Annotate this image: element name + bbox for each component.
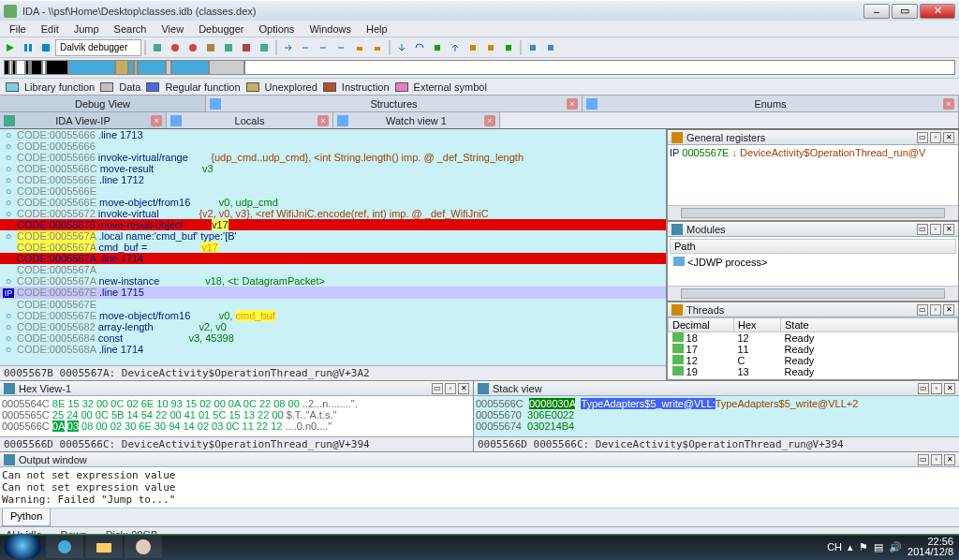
tray-network-icon[interactable]: ▤ bbox=[874, 541, 883, 553]
tray-flag-icon[interactable]: ⚑ bbox=[859, 541, 868, 553]
menu-file[interactable]: File bbox=[2, 23, 34, 35]
panel-restore-button[interactable]: ▭ bbox=[917, 132, 928, 143]
menu-edit[interactable]: Edit bbox=[34, 23, 66, 35]
panel-header[interactable]: Output window ▭ ▫ ✕ bbox=[0, 452, 959, 467]
panel-pin-button[interactable]: ▫ bbox=[931, 454, 942, 465]
close-icon[interactable]: × bbox=[943, 98, 954, 110]
tray-volume-icon[interactable]: 🔊 bbox=[889, 541, 902, 553]
table-row[interactable]: <JDWP process> bbox=[670, 256, 956, 269]
maximize-button[interactable]: ▭ bbox=[892, 4, 918, 19]
tray-clock[interactable]: 22:56 2014/12/8 bbox=[907, 537, 953, 557]
panel-header[interactable]: Modules ▭ ▫ ✕ bbox=[668, 222, 958, 237]
pause-button[interactable] bbox=[20, 39, 37, 56]
run-to-icon[interactable] bbox=[429, 39, 446, 56]
close-icon[interactable]: × bbox=[317, 115, 329, 126]
taskbar-ie[interactable] bbox=[46, 536, 83, 558]
step-over-icon[interactable] bbox=[411, 39, 428, 56]
table-row[interactable]: 1812Ready bbox=[669, 332, 958, 345]
panel-restore-button[interactable]: ▭ bbox=[918, 454, 929, 465]
close-button[interactable]: ✕ bbox=[920, 4, 955, 19]
scrollbar[interactable] bbox=[668, 286, 958, 301]
tray-chevron-icon[interactable]: ▴ bbox=[848, 541, 853, 553]
panel-restore-button[interactable]: ▭ bbox=[917, 304, 928, 316]
panel-close-button[interactable]: ✕ bbox=[943, 132, 954, 143]
tab-debug-view[interactable]: Debug View bbox=[0, 96, 206, 111]
panel-close-button[interactable]: ✕ bbox=[944, 454, 955, 465]
menu-windows[interactable]: Windows bbox=[302, 23, 359, 35]
debugger-combo[interactable]: Dalvik debugger bbox=[55, 39, 141, 56]
panel-close-button[interactable]: ✕ bbox=[943, 224, 954, 235]
panel-pin-button[interactable]: ▫ bbox=[930, 132, 941, 143]
panel-pin-button[interactable]: ▫ bbox=[930, 304, 941, 316]
panel-restore-button[interactable]: ▭ bbox=[917, 224, 928, 235]
start-button[interactable] bbox=[4, 534, 41, 560]
close-icon[interactable]: × bbox=[567, 98, 578, 110]
tool-icon[interactable] bbox=[542, 39, 559, 56]
hex-body[interactable]: 0005564C 8E 15 32 00 0C 02 6E 10 93 15 0… bbox=[0, 396, 473, 436]
tool-icon[interactable] bbox=[256, 39, 273, 56]
panel-pin-button[interactable]: ▫ bbox=[445, 383, 456, 394]
step-out-icon[interactable] bbox=[447, 39, 464, 56]
panel-header[interactable]: Hex View-1 ▭ ▫ ✕ bbox=[0, 381, 473, 396]
tool-icon[interactable] bbox=[184, 39, 201, 56]
table-row[interactable]: 12CReady bbox=[669, 355, 958, 366]
tab-locals[interactable]: Locals× bbox=[167, 112, 333, 128]
tab-ida-view[interactable]: IDA View-IP× bbox=[0, 112, 167, 128]
col-hex[interactable]: Hex bbox=[734, 318, 781, 332]
tool-icon[interactable] bbox=[202, 39, 219, 56]
panel-close-button[interactable]: ✕ bbox=[943, 304, 954, 316]
step-icon[interactable] bbox=[333, 39, 350, 56]
minimize-button[interactable]: – bbox=[863, 4, 890, 19]
tool-icon[interactable] bbox=[220, 39, 237, 56]
close-icon[interactable]: × bbox=[151, 115, 162, 126]
taskbar-app[interactable] bbox=[125, 536, 162, 558]
step-icon[interactable] bbox=[298, 39, 315, 56]
step-icon[interactable] bbox=[316, 39, 332, 56]
tool-icon[interactable] bbox=[500, 39, 517, 56]
stack-body[interactable]: 0005566C 0008030A TypeAdapters$5_write@V… bbox=[474, 396, 959, 436]
tool-icon[interactable] bbox=[524, 39, 541, 56]
tab-structures[interactable]: Structures× bbox=[206, 96, 583, 111]
panel-header[interactable]: General registers ▭ ▫ ✕ bbox=[668, 130, 958, 145]
taskbar-explorer[interactable] bbox=[85, 536, 123, 558]
panel-header[interactable]: Threads ▭ ▫ ✕ bbox=[668, 302, 958, 317]
tab-enums[interactable]: Enums× bbox=[583, 96, 959, 111]
menu-options[interactable]: Options bbox=[251, 23, 302, 35]
scrollbar[interactable] bbox=[668, 205, 958, 220]
tab-watch[interactable]: Watch view 1× bbox=[333, 112, 500, 128]
navigation-band[interactable] bbox=[0, 58, 959, 79]
menu-search[interactable]: Search bbox=[107, 23, 155, 35]
tool-icon[interactable] bbox=[149, 39, 166, 56]
panel-restore-button[interactable]: ▭ bbox=[432, 383, 443, 394]
step-icon[interactable] bbox=[369, 39, 386, 56]
tool-icon[interactable] bbox=[238, 39, 255, 56]
menu-help[interactable]: Help bbox=[359, 23, 395, 35]
step-icon[interactable] bbox=[280, 39, 297, 56]
output-body[interactable]: Can not set expression value Can not set… bbox=[0, 467, 959, 508]
disassembly-view[interactable]: ○CODE:00055666 .line 1713 ○CODE:00055666… bbox=[0, 129, 666, 365]
panel-close-button[interactable]: ✕ bbox=[458, 383, 469, 394]
panel-close-button[interactable]: ✕ bbox=[944, 383, 955, 394]
panel-pin-button[interactable]: ▫ bbox=[930, 224, 941, 235]
run-button[interactable] bbox=[2, 39, 19, 56]
step-icon[interactable] bbox=[351, 39, 368, 56]
output-tab-python[interactable]: Python bbox=[2, 508, 51, 526]
tool-icon[interactable] bbox=[482, 39, 499, 56]
menu-jump[interactable]: Jump bbox=[66, 23, 107, 35]
table-row[interactable]: 1711Ready bbox=[669, 344, 958, 355]
tool-icon[interactable] bbox=[167, 39, 184, 56]
panel-header[interactable]: Stack view ▭ ▫ ✕ bbox=[474, 381, 959, 396]
menu-view[interactable]: View bbox=[154, 23, 191, 35]
col-path[interactable]: Path bbox=[670, 239, 956, 254]
table-row[interactable]: 1913Ready bbox=[669, 366, 958, 377]
stop-button[interactable] bbox=[37, 39, 54, 56]
col-decimal[interactable]: Decimal bbox=[669, 318, 734, 332]
panel-pin-button[interactable]: ▫ bbox=[931, 383, 942, 394]
close-icon[interactable]: × bbox=[484, 115, 495, 126]
menu-debugger[interactable]: Debugger bbox=[191, 23, 251, 35]
panel-restore-button[interactable]: ▭ bbox=[918, 383, 929, 394]
tool-icon[interactable] bbox=[465, 39, 481, 56]
col-state[interactable]: State bbox=[781, 318, 958, 332]
tray-lang[interactable]: CH bbox=[827, 541, 842, 553]
step-into-icon[interactable] bbox=[393, 39, 410, 56]
